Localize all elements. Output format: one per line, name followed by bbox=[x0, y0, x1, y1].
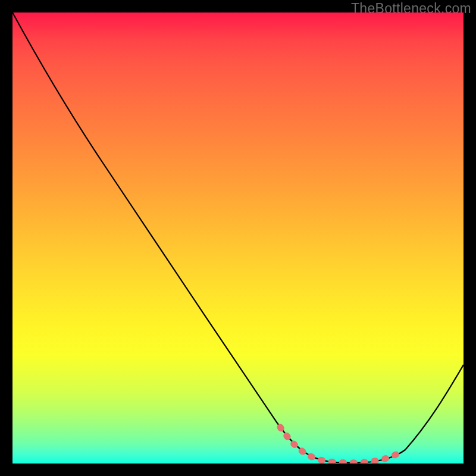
highlight-dots bbox=[280, 427, 400, 463]
bottleneck-curve bbox=[12, 12, 464, 463]
curve-layer bbox=[12, 12, 464, 464]
chart-frame: TheBottleneck.com bbox=[0, 0, 476, 476]
plot-area bbox=[12, 12, 464, 464]
